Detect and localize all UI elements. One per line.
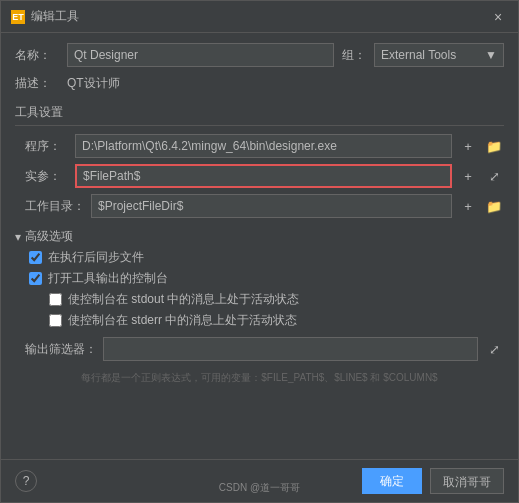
name-label: 名称： [15,47,59,64]
checkbox1-label: 在执行后同步文件 [48,249,144,266]
workdir-add-button[interactable]: + [458,196,478,216]
checkbox3[interactable] [49,293,62,306]
checkbox1[interactable] [29,251,42,264]
watermark: CSDN @道一哥哥 [219,481,300,495]
program-folder-button[interactable]: 📁 [484,136,504,156]
advanced-title: 高级选项 [25,228,73,245]
args-label: 实参： [25,168,69,185]
checkbox2[interactable] [29,272,42,285]
output-label: 输出筛选器： [25,341,97,358]
workdir-label: 工作目录： [25,198,85,215]
workdir-row: 工作目录： + 📁 [15,194,504,218]
title-bar: ET 编辑工具 × [1,1,518,33]
confirm-button[interactable]: 确定 [362,468,422,494]
advanced-body: 在执行后同步文件 打开工具输出的控制台 使控制台在 stdout 中的消息上处于… [15,249,504,329]
args-add-button[interactable]: + [458,166,478,186]
footer-buttons: 确定 取消哥哥 [362,468,504,494]
checkbox3-label: 使控制台在 stdout 中的消息上处于活动状态 [68,291,299,308]
checkbox3-row: 使控制台在 stdout 中的消息上处于活动状态 [29,291,504,308]
checkbox2-label: 打开工具输出的控制台 [48,270,168,287]
args-input[interactable] [75,164,452,188]
app-icon: ET [11,10,25,24]
desc-row: 描述： QT设计师 [15,75,504,92]
output-row: 输出筛选器： ⤢ [15,337,504,361]
group-label: 组： [342,47,366,64]
group-select-value: External Tools [381,48,456,62]
workdir-input[interactable] [91,194,452,218]
args-row: 实参： + ⤢ [15,164,504,188]
hint-text: 每行都是一个正则表达式，可用的变量：$FILE_PATH$、$LINE$ 和 $… [15,369,504,387]
checkbox4-label: 使控制台在 stderr 中的消息上处于活动状态 [68,312,297,329]
program-add-button[interactable]: + [458,136,478,156]
program-label: 程序： [25,138,69,155]
checkbox4-row: 使控制台在 stderr 中的消息上处于活动状态 [29,312,504,329]
help-button[interactable]: ? [15,470,37,492]
name-input[interactable] [67,43,334,67]
advanced-toggle[interactable]: ▾ 高级选项 [15,226,504,247]
program-row: 程序： + 📁 [15,134,504,158]
chevron-down-icon: ▼ [485,48,497,62]
dialog-title: 编辑工具 [31,8,79,25]
desc-label: 描述： [15,75,59,92]
checkbox4[interactable] [49,314,62,327]
workdir-folder-button[interactable]: 📁 [484,196,504,216]
checkbox2-row: 打开工具输出的控制台 [29,270,504,287]
group-select[interactable]: External Tools ▼ [374,43,504,67]
tool-settings-title: 工具设置 [15,104,504,126]
checkbox1-row: 在执行后同步文件 [29,249,504,266]
desc-value: QT设计师 [67,75,504,92]
dialog-content: 名称： 组： External Tools ▼ 描述： QT设计师 工具设置 程… [1,33,518,459]
args-expand-button[interactable]: ⤢ [484,166,504,186]
program-input[interactable] [75,134,452,158]
output-input[interactable] [103,337,478,361]
collapse-icon: ▾ [15,230,21,244]
cancel-button[interactable]: 取消哥哥 [430,468,504,494]
close-button[interactable]: × [488,7,508,27]
tool-settings: 程序： + 📁 实参： + ⤢ 工作目录： + 📁 [15,134,504,218]
advanced-section: ▾ 高级选项 在执行后同步文件 打开工具输出的控制台 使控制台在 stdout … [15,226,504,329]
output-expand-button[interactable]: ⤢ [484,339,504,359]
name-group-row: 名称： 组： External Tools ▼ [15,43,504,67]
